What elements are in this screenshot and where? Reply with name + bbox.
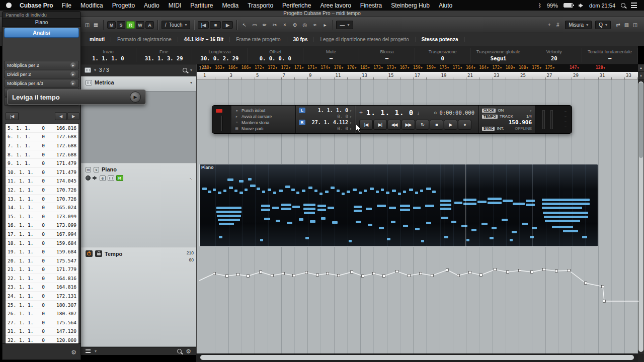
menu-item[interactable]: Progetto <box>108 2 139 9</box>
panel-action-button[interactable]: Moltiplica per 2▶ <box>4 61 79 69</box>
window-title-bar[interactable]: Progetto Cubase Pro – midi tempo <box>0 11 644 17</box>
tool-split-icon[interactable]: ✂ <box>271 21 278 29</box>
panel-window-title[interactable]: Pannello di individu <box>3 12 80 19</box>
stop-button[interactable]: ■ <box>210 21 221 29</box>
horizontal-scrollbar[interactable] <box>196 353 638 362</box>
grid-icon[interactable]: # <box>554 21 561 29</box>
tempo-event-row[interactable]: 5. 1. 1.0166.816 <box>6 124 78 133</box>
plus-icon[interactable]: + <box>359 109 363 116</box>
volume-icon[interactable] <box>579 4 584 8</box>
caret-down-icon[interactable]: ▾ <box>190 68 192 72</box>
monitor-button[interactable] <box>93 176 98 180</box>
cycle-button[interactable]: ↻ <box>416 120 429 130</box>
tempo-point[interactable] <box>507 271 509 274</box>
goto-end-button[interactable]: ▶| <box>373 120 387 130</box>
tool-range-icon[interactable]: ▭ <box>251 21 258 29</box>
tempo-event-row[interactable]: 31. 1. 1.0147.120 <box>6 327 78 336</box>
tempo-point[interactable] <box>480 274 482 277</box>
project-info-value[interactable]: 44.1 kHz – 16 Bit <box>178 37 230 42</box>
tempo-point[interactable] <box>469 272 471 274</box>
warp-line[interactable] <box>444 164 444 246</box>
infoline-value[interactable]: Segui <box>491 55 507 61</box>
warp-marker[interactable]: 170▾ <box>347 65 356 70</box>
quantize-dropdown[interactable]: Q ▾ <box>595 21 611 29</box>
warp-marker[interactable]: 164▾ <box>479 65 488 70</box>
tool-zoom-icon[interactable]: ◎ <box>301 21 308 29</box>
tempo-event-row[interactable]: 26. 1. 1.0180.307 <box>6 309 78 318</box>
warp-marker[interactable]: 163▾ <box>215 65 224 70</box>
search-icon[interactable] <box>177 349 182 353</box>
tempo-event-row[interactable]: 9. 1. 1.0171.479 <box>6 159 78 168</box>
menu-item[interactable]: Partiture <box>186 2 217 9</box>
infoline-value[interactable]: – <box>385 55 388 61</box>
warp-marker[interactable]: 173▾ <box>373 65 382 70</box>
menu-item[interactable]: MIDI <box>164 2 186 9</box>
tempo-point[interactable] <box>519 269 521 272</box>
warp-marker-red[interactable]: 147▾ <box>570 65 579 70</box>
tempo-point[interactable] <box>457 275 460 277</box>
tempo-point[interactable] <box>213 273 216 275</box>
warp-marker[interactable]: 170▾ <box>334 65 343 70</box>
play-button[interactable]: ▶ <box>444 120 457 130</box>
warp-marker[interactable]: 159▾ <box>413 65 422 70</box>
menubar-clock[interactable]: dom 21:54 <box>589 3 615 9</box>
tempo-point[interactable] <box>373 273 375 275</box>
tempo-chip[interactable]: TEMPO <box>482 115 498 119</box>
menu-item[interactable]: Steinberg Hub <box>386 2 434 9</box>
warp-marker[interactable]: 150▾ <box>202 65 211 70</box>
caret-down-icon[interactable]: ▾ <box>94 68 96 72</box>
warp-marker[interactable]: 180▾ <box>519 65 528 70</box>
transport-level-section[interactable] <box>212 106 231 133</box>
menu-item[interactable]: Periferiche <box>278 2 315 9</box>
tempo-point[interactable] <box>351 271 353 274</box>
bluetooth-icon[interactable]: ᛒ <box>538 3 541 9</box>
menu-item[interactable]: Media <box>218 2 244 9</box>
transport-option[interactable]: ●Punch in/out <box>234 108 292 113</box>
tempo-point[interactable] <box>396 270 398 273</box>
zoom-preset-button[interactable]: ▲ <box>638 64 644 72</box>
menu-item[interactable]: Audio <box>139 2 164 9</box>
warp-marker[interactable]: 175▾ <box>545 65 554 70</box>
analisi-tab[interactable]: Analisi <box>4 28 79 38</box>
record-ready-badge[interactable]: R <box>116 175 123 181</box>
warp-marker[interactable]: 175▾ <box>532 65 541 70</box>
time-display[interactable]: 0:00:00.000 <box>439 110 474 116</box>
tempo-event-row[interactable]: 20. 1. 1.0175.547 <box>6 256 78 265</box>
instrument-icon[interactable] <box>108 175 114 181</box>
tempo-point[interactable] <box>271 275 274 277</box>
tempo-warp-ruler[interactable]: 1/4 150▾163▾166▾166▾172▾172▾172▾171▾171▾… <box>197 64 638 72</box>
tempo-event-row[interactable]: 25. 1. 1.0180.307 <box>6 301 78 310</box>
infoline-value[interactable]: 0 <box>441 55 444 61</box>
warp-marker[interactable]: 159▾ <box>426 65 435 70</box>
warp-marker[interactable]: 171▾ <box>294 65 303 70</box>
tempo-event-row[interactable]: 18. 1. 1.0159.684 <box>6 239 78 248</box>
solo-button[interactable]: s <box>94 167 99 172</box>
infoline-value[interactable]: – <box>330 55 333 61</box>
read-automation-button[interactable]: A <box>145 21 154 29</box>
tempo-point[interactable] <box>383 275 385 278</box>
warp-marker[interactable]: 171▾ <box>307 65 316 70</box>
caret-down-icon[interactable]: ▾ <box>95 349 97 353</box>
warp-marker[interactable]: 172▾ <box>268 65 277 70</box>
tempo-event-row[interactable]: 22. 1. 1.0164.816 <box>6 274 78 283</box>
tempo-point[interactable] <box>293 275 295 277</box>
tempo-point[interactable] <box>602 286 604 288</box>
windows-icon[interactable]: ▦ <box>92 21 100 29</box>
tempo-point[interactable] <box>555 270 558 273</box>
warp-marker[interactable]: 172▾ <box>281 65 290 70</box>
warp-marker[interactable]: 166▾ <box>242 65 251 70</box>
menu-item[interactable]: File <box>57 2 76 9</box>
meter-view-icon[interactable]: ▥ <box>623 21 630 29</box>
warp-line[interactable] <box>532 164 532 246</box>
tooltip-play-button[interactable]: ▶ <box>130 92 141 103</box>
tempo-point[interactable] <box>420 273 422 275</box>
left-locator-value[interactable]: 1. 1. 1. 0 <box>318 108 348 113</box>
tempo-event-row[interactable]: 7. 1. 1.0172.688 <box>6 141 78 150</box>
infoline-value[interactable]: 20 <box>551 55 557 61</box>
warp-marker[interactable]: 164▾ <box>466 65 475 70</box>
menu-item[interactable]: Trasporto <box>243 2 278 9</box>
vertical-scrollbar[interactable] <box>638 81 643 352</box>
track-visibility-icon[interactable] <box>85 67 91 73</box>
infoline-value[interactable]: – <box>608 55 611 61</box>
tempo-point[interactable] <box>338 275 340 277</box>
